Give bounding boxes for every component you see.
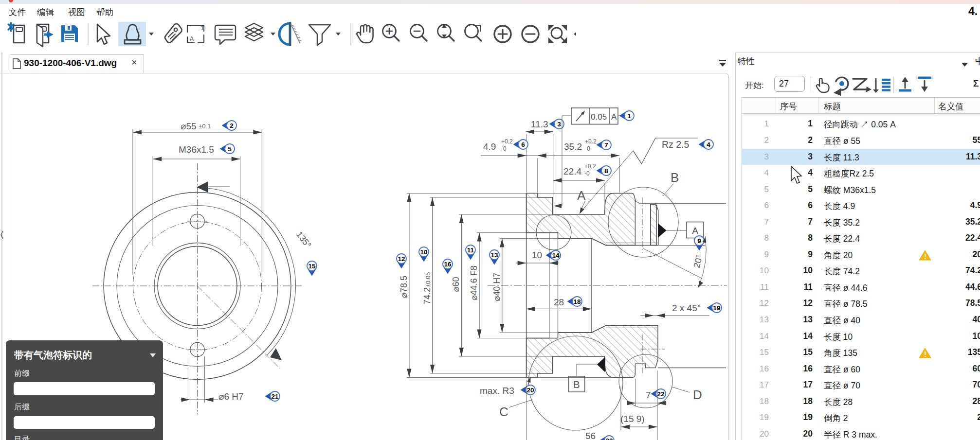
- svg-text:9: 9: [697, 237, 701, 245]
- svg-text:B: B: [671, 170, 679, 185]
- svg-text:2 x 45°: 2 x 45°: [672, 303, 701, 313]
- svg-text:(15 9): (15 9): [620, 414, 645, 424]
- svg-text:74.2±0.05: 74.2±0.05: [422, 272, 432, 304]
- svg-text:20°: 20°: [691, 254, 704, 269]
- svg-text:4: 4: [707, 141, 710, 148]
- svg-text:⌀55: ⌀55: [181, 121, 197, 131]
- svg-text:20: 20: [526, 387, 534, 394]
- svg-text:C: C: [499, 405, 508, 419]
- svg-text:21: 21: [271, 393, 279, 400]
- svg-text:28: 28: [554, 297, 564, 307]
- svg-text:22.4: 22.4: [563, 166, 581, 176]
- svg-text:4.9: 4.9: [483, 141, 496, 152]
- svg-text:10: 10: [420, 248, 427, 256]
- svg-text:35.2: 35.2: [564, 141, 582, 152]
- svg-text:22: 22: [657, 390, 664, 398]
- svg-text:5: 5: [228, 145, 232, 153]
- svg-text:⌀44.6 F8: ⌀44.6 F8: [469, 265, 479, 300]
- svg-text:⌀60: ⌀60: [451, 277, 461, 292]
- svg-text:⌀6 H7: ⌀6 H7: [218, 391, 244, 402]
- svg-text:3: 3: [557, 121, 561, 128]
- svg-text:+0.2: +0.2: [501, 138, 513, 145]
- svg-text:B: B: [573, 379, 580, 390]
- svg-text:11: 11: [467, 246, 474, 254]
- svg-text:-0: -0: [584, 170, 590, 177]
- svg-text:+0.2: +0.2: [585, 138, 597, 145]
- svg-text:56: 56: [585, 431, 596, 440]
- svg-text:10: 10: [532, 250, 542, 260]
- svg-text:6: 6: [521, 141, 525, 148]
- svg-text:19: 19: [713, 304, 720, 312]
- svg-text:-0: -0: [501, 145, 507, 152]
- svg-text:D: D: [693, 387, 702, 402]
- svg-text:M36x1.5: M36x1.5: [179, 144, 214, 155]
- svg-text:1: 1: [627, 112, 631, 120]
- svg-text:A: A: [692, 226, 698, 236]
- svg-text:A: A: [611, 112, 617, 122]
- svg-text:23: 23: [605, 437, 613, 440]
- svg-text:7: 7: [646, 390, 651, 400]
- svg-text:⌀40 H7: ⌀40 H7: [492, 273, 502, 301]
- svg-text:2: 2: [230, 122, 234, 129]
- svg-text:A: A: [577, 188, 586, 203]
- svg-text:⌀78.5: ⌀78.5: [399, 276, 409, 298]
- svg-text:0.05: 0.05: [591, 112, 607, 122]
- svg-text:14: 14: [552, 252, 560, 259]
- svg-text:18: 18: [573, 298, 581, 305]
- svg-text:Rz 2.5: Rz 2.5: [662, 139, 690, 150]
- svg-text:11.3: 11.3: [531, 119, 548, 129]
- svg-text:15: 15: [308, 263, 316, 270]
- svg-text:12: 12: [398, 255, 405, 263]
- svg-text:+0.2: +0.2: [584, 163, 596, 170]
- svg-text:-0: -0: [585, 145, 590, 152]
- svg-text:7: 7: [604, 141, 608, 149]
- svg-text:max. R3: max. R3: [480, 386, 514, 396]
- svg-text:135°: 135°: [294, 229, 313, 250]
- svg-text:8: 8: [604, 167, 608, 175]
- svg-text:±0.1: ±0.1: [199, 123, 211, 130]
- svg-text:13: 13: [490, 251, 498, 259]
- svg-text:16: 16: [444, 261, 452, 268]
